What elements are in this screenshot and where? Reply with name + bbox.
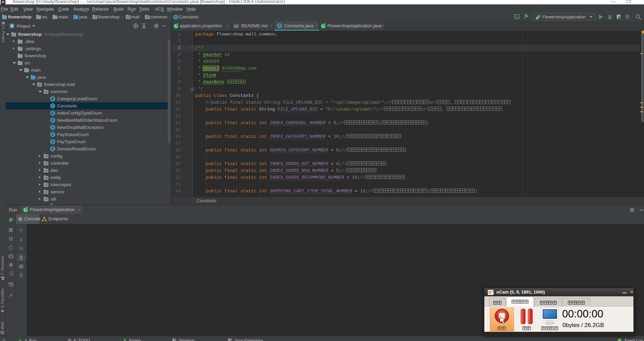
svg-text:FlowershopApplication: FlowershopApplication — [542, 15, 586, 19]
svg-text:MD: MD — [234, 25, 239, 28]
svg-text:1: 1 — [619, 339, 620, 341]
svg-text:Project: Project — [17, 24, 31, 29]
svg-text:E: E — [229, 339, 231, 341]
